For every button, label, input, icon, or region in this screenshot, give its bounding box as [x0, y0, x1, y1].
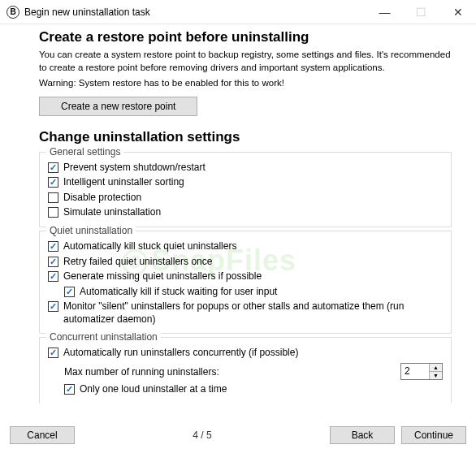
max-uninstallers-row: Max number of running uninstallers: 2 ▲ … — [64, 363, 443, 380]
group-general: General settings Prevent system shutdown… — [39, 152, 452, 227]
opt-intelligent-sorting[interactable]: Intelligent uninstaller sorting — [48, 176, 443, 189]
opt-generate-missing[interactable]: Generate missing quiet uninstallers if p… — [48, 270, 443, 283]
spinner-up-icon[interactable]: ▲ — [430, 364, 442, 372]
max-uninstallers-spinner[interactable]: 2 ▲ ▼ — [400, 363, 443, 380]
create-restore-point-button[interactable]: Create a new restore point — [39, 97, 197, 116]
checkbox-icon — [48, 271, 58, 282]
checkbox-icon — [48, 241, 58, 252]
opt-prevent-shutdown[interactable]: Prevent system shutdown/restart — [48, 162, 443, 175]
opt-retry-failed[interactable]: Retry failed quiet uninstallers once — [48, 256, 443, 269]
checkbox-icon — [64, 287, 75, 297]
page-indicator: 4 / 5 — [81, 430, 323, 441]
opt-one-loud[interactable]: Only one loud uninstaller at a time — [64, 383, 443, 396]
content-area: CSnapFiles Create a restore point before… — [0, 24, 476, 421]
checkbox-icon — [48, 177, 58, 188]
spinner-down-icon[interactable]: ▼ — [430, 372, 442, 379]
group-quiet: Quiet uninstallation Automatically kill … — [39, 231, 452, 335]
checkbox-icon — [64, 384, 75, 395]
spinner-arrows: ▲ ▼ — [429, 364, 442, 379]
window-controls: — ☐ ✕ — [366, 0, 476, 24]
opt-disable-protection[interactable]: Disable protection — [48, 192, 443, 205]
app-icon: B — [6, 6, 19, 19]
opt-kill-waiting-input[interactable]: Automatically kill if stuck waiting for … — [64, 286, 443, 299]
continue-button[interactable]: Continue — [401, 426, 466, 444]
opt-simulate-uninstall[interactable]: Simulate uninstallation — [48, 206, 443, 219]
opt-auto-concurrent[interactable]: Automatically run uninstallers concurren… — [48, 347, 443, 360]
checkbox-icon — [48, 301, 58, 312]
section1-desc: You can create a system restore point to… — [39, 49, 452, 74]
group-quiet-title: Quiet uninstallation — [46, 225, 136, 236]
back-button[interactable]: Back — [330, 426, 395, 444]
checkbox-icon — [48, 257, 58, 267]
checkbox-icon — [48, 192, 58, 203]
checkbox-icon — [48, 207, 58, 218]
opt-monitor-silent[interactable]: Monitor "silent" uninstallers for popups… — [48, 300, 443, 326]
close-button[interactable]: ✕ — [439, 0, 476, 24]
group-concurrent: Concurrent uninstallation Automatically … — [39, 337, 452, 403]
group-concurrent-title: Concurrent uninstallation — [46, 331, 161, 343]
opt-kill-stuck-quiet[interactable]: Automatically kill stuck quiet uninstall… — [48, 240, 443, 253]
max-uninstallers-label: Max number of running uninstallers: — [64, 366, 394, 378]
checkbox-icon — [48, 348, 58, 358]
cancel-button[interactable]: Cancel — [10, 426, 75, 444]
spinner-value[interactable]: 2 — [401, 364, 429, 379]
section1-warning: Warning: System restore has to be enable… — [39, 77, 452, 90]
section1-heading: Create a restore point before uninstalli… — [39, 29, 452, 45]
window-title: Begin new uninstallation task — [24, 6, 366, 18]
section2-heading: Change uninstallation settings — [39, 129, 452, 145]
maximize-button: ☐ — [403, 0, 439, 24]
titlebar: B Begin new uninstallation task — ☐ ✕ — [0, 0, 476, 24]
minimize-button[interactable]: — — [366, 0, 403, 24]
footer: Cancel 4 / 5 Back Continue — [0, 421, 476, 449]
group-general-title: General settings — [46, 146, 123, 158]
checkbox-icon — [48, 162, 58, 173]
